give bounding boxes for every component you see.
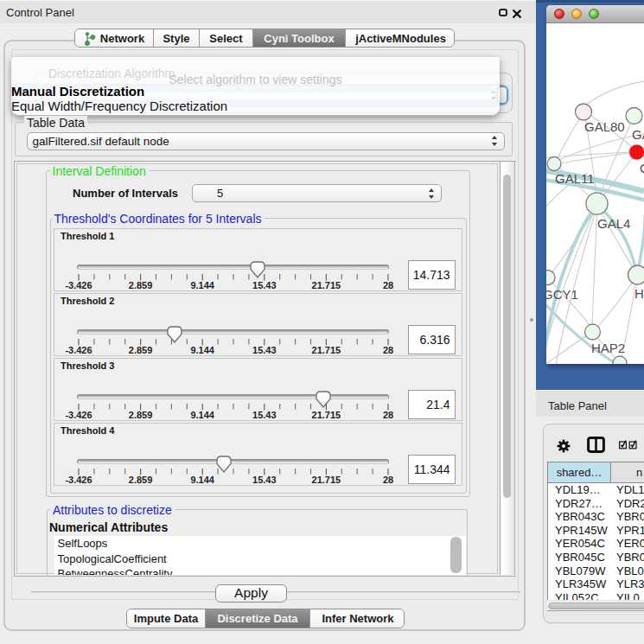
svg-text:GA: GA (632, 127, 644, 142)
svg-text:HA: HA (634, 286, 644, 301)
svg-text:GAL80: GAL80 (584, 119, 625, 134)
svg-text:GCY1: GCY1 (546, 287, 578, 302)
svg-text:HAP2: HAP2 (591, 341, 625, 355)
svg-text:C: C (640, 161, 644, 175)
svg-text:GAL11: GAL11 (555, 171, 595, 186)
svg-text:GAL4: GAL4 (597, 216, 630, 231)
